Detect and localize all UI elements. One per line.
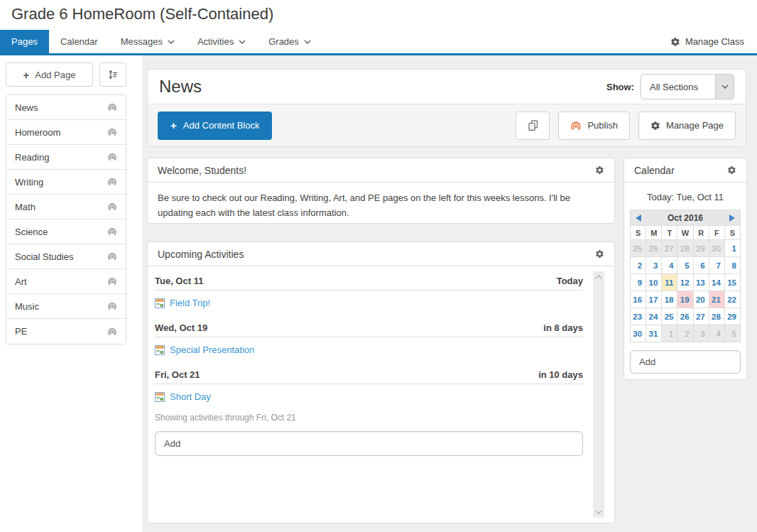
tab-grades[interactable]: Grades (257, 30, 322, 53)
calendar-day[interactable]: 4 (709, 325, 725, 342)
next-month-button[interactable] (724, 210, 740, 225)
event-link[interactable]: Short Day (170, 391, 211, 402)
calendar-day[interactable]: 17 (646, 291, 662, 308)
sidebar-item-science[interactable]: Science (6, 219, 126, 244)
calendar-day[interactable]: 14 (709, 274, 725, 291)
calendar-day[interactable]: 30 (631, 325, 646, 342)
calendar-day[interactable]: 29 (725, 308, 741, 325)
page-list: News Homeroom Reading Writing Math Scien… (6, 94, 126, 344)
gear-icon[interactable] (595, 249, 604, 259)
calendar-day[interactable]: 2 (631, 257, 646, 274)
activity-event-row[interactable]: Short Day (155, 384, 583, 408)
calendar-day[interactable]: 8 (725, 257, 741, 274)
calendar-day[interactable]: 6 (694, 257, 709, 274)
calendar-day[interactable]: 18 (662, 291, 677, 308)
calendar-day[interactable]: 7 (709, 257, 725, 274)
add-page-button[interactable]: + Add Page (6, 63, 93, 87)
tab-pages[interactable]: Pages (0, 30, 49, 53)
app-header: Grade 6 HomeRoom (Self-Contained) (0, 0, 757, 30)
add-calendar-event-input[interactable] (630, 350, 741, 374)
calendar-day[interactable]: 5 (677, 257, 693, 274)
sidebar-item-label: Music (15, 301, 39, 312)
calendar-day[interactable]: 24 (646, 308, 662, 325)
calendar-day[interactable]: 27 (662, 240, 677, 257)
sidebar-item-news[interactable]: News (6, 95, 126, 120)
gear-icon (670, 37, 680, 47)
calendar-day[interactable]: 1 (662, 325, 677, 342)
tab-messages[interactable]: Messages (109, 30, 186, 53)
calendar-day[interactable]: 1 (725, 240, 741, 257)
publish-button[interactable]: Publish (558, 112, 630, 140)
prev-month-button[interactable] (631, 210, 646, 225)
published-broadcast-icon (107, 152, 117, 162)
calendar-day[interactable]: 4 (662, 257, 677, 274)
calendar-day[interactable]: 25 (631, 240, 646, 257)
manage-class-button[interactable]: Manage Class (658, 30, 757, 53)
sidebar-item-label: PE (15, 326, 27, 337)
calendar-day[interactable]: 29 (694, 240, 709, 257)
calendar-day[interactable]: 27 (694, 308, 709, 325)
calendar-grid: S M T W R F S 25 26 27 28 29 30 1 2 3 4 … (630, 225, 741, 342)
calendar-day[interactable]: 3 (646, 257, 662, 274)
sidebar-item-label: Reading (15, 152, 49, 163)
activity-event-row[interactable]: Field Trip! (155, 291, 583, 315)
scroll-up-icon[interactable] (595, 275, 602, 279)
calendar-day[interactable]: 23 (631, 308, 646, 325)
calendar-day[interactable]: 30 (709, 240, 725, 257)
calendar-day[interactable]: 10 (646, 274, 662, 291)
sidebar-item-social-studies[interactable]: Social Studies (6, 244, 126, 269)
sections-select[interactable]: All Sections (641, 74, 734, 99)
event-link[interactable]: Special Presentation (170, 344, 254, 355)
calendar-day[interactable]: 20 (694, 291, 709, 308)
calendar-day[interactable]: 16 (631, 291, 646, 308)
sidebar-item-writing[interactable]: Writing (6, 170, 126, 195)
gear-icon (650, 121, 660, 131)
scrollbar[interactable] (593, 271, 604, 518)
calendar-day[interactable]: 28 (677, 240, 693, 257)
calendar-day[interactable]: 13 (694, 274, 709, 291)
tab-calendar[interactable]: Calendar (49, 30, 109, 53)
chevron-down-icon (304, 40, 311, 44)
activity-event-row[interactable]: Special Presentation (155, 337, 583, 362)
add-content-block-button[interactable]: + Add Content Block (158, 112, 272, 140)
manage-page-button[interactable]: Manage Page (638, 112, 736, 140)
add-content-block-label: Add Content Block (183, 120, 260, 131)
calendar-day[interactable]: 2 (677, 325, 693, 342)
calendar-day[interactable]: 3 (694, 325, 709, 342)
sidebar-item-label: Art (15, 276, 27, 287)
calendar-day[interactable]: 22 (725, 291, 741, 308)
sidebar-item-music[interactable]: Music (6, 294, 126, 319)
add-activity-input[interactable] (155, 431, 583, 456)
sidebar-item-math[interactable]: Math (6, 195, 126, 219)
copy-page-button[interactable] (516, 112, 550, 140)
gear-icon[interactable] (727, 165, 736, 175)
gear-icon[interactable] (595, 165, 604, 175)
sidebar-item-reading[interactable]: Reading (6, 145, 126, 170)
calendar-day[interactable]: 28 (709, 308, 725, 325)
calendar-day[interactable]: 5 (725, 325, 741, 342)
calendar-day[interactable]: 11 (662, 274, 677, 291)
calendar-day[interactable]: 12 (677, 274, 693, 291)
calendar-day[interactable]: 9 (631, 274, 646, 291)
calendar-today-label: Today: Tue, Oct 11 (624, 183, 746, 210)
calendar-day[interactable]: 26 (646, 240, 662, 257)
event-link[interactable]: Field Trip! (170, 298, 210, 308)
calendar-day[interactable]: 26 (677, 308, 693, 325)
calendar-day[interactable]: 15 (725, 274, 741, 291)
tab-calendar-label: Calendar (60, 36, 98, 47)
upcoming-activities-title: Upcoming Activities (158, 249, 244, 260)
calendar-month-nav: Oct 2016 (630, 210, 741, 225)
activity-relative-date: in 8 days (543, 322, 583, 333)
calendar-day[interactable]: 25 (662, 308, 677, 325)
published-broadcast-icon (107, 327, 117, 337)
calendar-day[interactable]: 31 (646, 325, 662, 342)
scroll-down-icon[interactable] (595, 510, 602, 514)
sidebar-item-art[interactable]: Art (6, 269, 126, 294)
calendar-day[interactable]: 19 (677, 291, 693, 308)
weekday-header: S (631, 226, 646, 240)
tab-activities[interactable]: Activities (186, 30, 257, 53)
sidebar-item-homeroom[interactable]: Homeroom (6, 120, 126, 145)
sort-pages-button[interactable] (99, 63, 126, 87)
sidebar-item-pe[interactable]: PE (6, 319, 126, 344)
calendar-day[interactable]: 21 (709, 291, 725, 308)
